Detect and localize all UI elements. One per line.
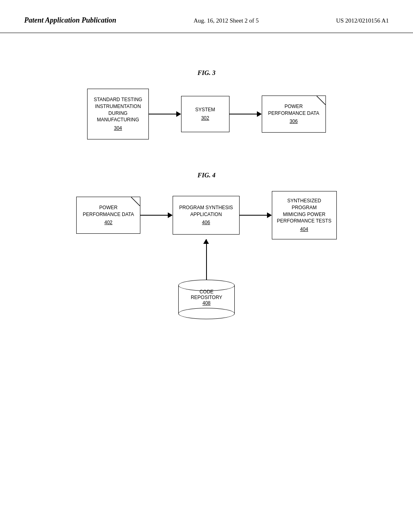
box-404-line2: PROGRAM (277, 204, 332, 211)
vertical-line (206, 239, 206, 280)
db-label-wrapper: CODE REPOSITORY 408 (164, 280, 220, 319)
db-408-container: CODE REPOSITORY 408 (164, 280, 220, 319)
db-408-line2: REPOSITORY (176, 295, 208, 300)
arrow-head (176, 111, 181, 117)
fig4-top-row: POWER PERFORMANCE DATA 402 PROGRAM SYNTH… (24, 191, 389, 239)
arrow-line-2 (229, 114, 257, 114)
arrow-head-2 (257, 111, 262, 117)
box-304: STANDARD TESTING INSTRUMENTATION DURING … (87, 89, 148, 139)
box-404-line1: SYNTHESIZED (277, 197, 332, 204)
arrow-head-3 (168, 212, 173, 218)
box-304-line4: MANUFACTURING (94, 116, 142, 123)
box-404-line4: PERFORMANCE TESTS (277, 218, 332, 224)
box-306: POWER PERFORMANCE DATA 306 (262, 96, 326, 133)
page-header: Patent Application Publication Aug. 16, … (0, 0, 413, 33)
box-406-line2: APPLICATION (179, 211, 233, 218)
box-304-line2: INSTRUMENTATION (94, 103, 142, 110)
box-306-line2: PERFORMANCE DATA (268, 110, 319, 117)
db-408-ref: 408 (188, 300, 196, 306)
date-sheet-label: Aug. 16, 2012 Sheet 2 of 5 (194, 17, 259, 24)
box-402-ref: 402 (83, 219, 134, 226)
notch-icon (317, 96, 325, 105)
box-304-line3: DURING (94, 110, 142, 117)
box-402: POWER PERFORMANCE DATA 402 (76, 197, 140, 234)
arrow-line-4 (240, 215, 267, 216)
fig3-section: FIG. 3 STANDARD TESTING INSTRUMENTATION … (24, 69, 389, 139)
page-content: FIG. 3 STANDARD TESTING INSTRUMENTATION … (0, 33, 413, 331)
box-306-line1: POWER (268, 103, 319, 110)
box-404-line3: MIMICING POWER (277, 211, 332, 218)
arrow-head-4 (267, 212, 272, 218)
box-302: SYSTEM 302 (181, 96, 229, 132)
notch-icon-402 (131, 197, 140, 206)
box-406-line1: PROGRAM SYNTHESIS (179, 204, 233, 211)
arrow-line (149, 114, 176, 114)
db-408-line1: CODE (185, 289, 199, 295)
fig3-diagram: STANDARD TESTING INSTRUMENTATION DURING … (24, 89, 389, 139)
fig4-title: FIG. 4 (24, 172, 389, 179)
box-402-line2: PERFORMANCE DATA (83, 211, 134, 218)
publication-label: Patent Application Publication (24, 16, 116, 25)
fig4-layout: POWER PERFORMANCE DATA 402 PROGRAM SYNTH… (24, 191, 389, 319)
box-304-line1: STANDARD TESTING (94, 96, 142, 103)
box-306-ref: 306 (268, 118, 319, 125)
box-406-ref: 406 (179, 219, 233, 226)
box-406: PROGRAM SYNTHESIS APPLICATION 406 (173, 196, 239, 235)
fig3-title: FIG. 3 (24, 69, 389, 77)
arrow-402-to-406 (140, 212, 173, 218)
box-302-label: SYSTEM (190, 106, 221, 113)
arrow-304-to-302 (149, 111, 181, 117)
fig4-vertical-connector (206, 239, 206, 280)
box-404: SYNTHESIZED PROGRAM MIMICING POWER PERFO… (272, 191, 337, 239)
box-404-ref: 404 (277, 226, 332, 233)
fig4-section: FIG. 4 POWER PERFORMANCE DATA 402 (24, 172, 389, 319)
arrow-302-to-306 (229, 111, 262, 117)
box-402-line1: POWER (83, 204, 134, 211)
box-304-ref: 304 (94, 125, 142, 132)
box-302-ref: 302 (190, 115, 221, 122)
patent-number-label: US 2012/0210156 A1 (336, 17, 389, 24)
arrow-line-3 (140, 215, 168, 216)
arrow-406-to-404 (240, 212, 272, 218)
